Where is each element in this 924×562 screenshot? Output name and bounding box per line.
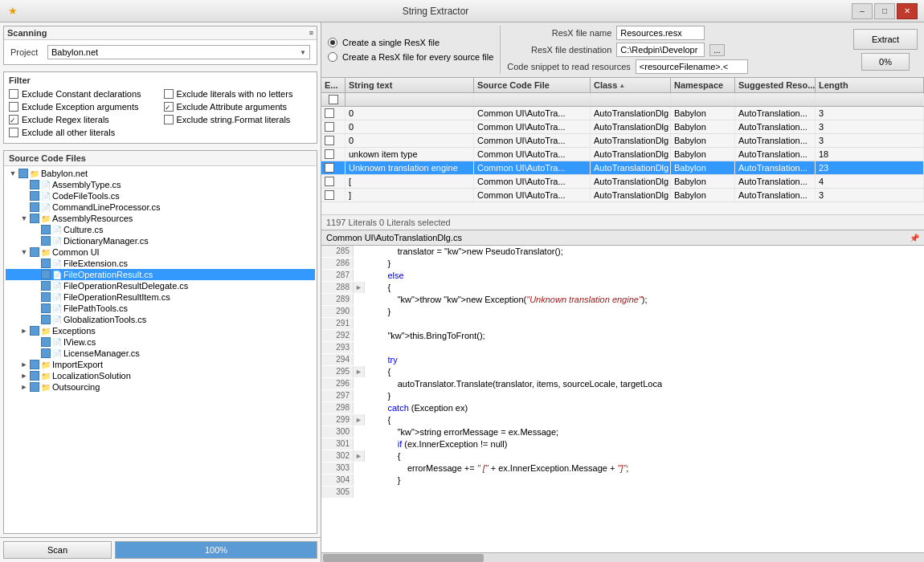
tree-checkbox[interactable] [41,315,51,324]
tree-item[interactable]: 📄FileOperationResult.cs [6,269,315,280]
tree-checkbox[interactable] [41,292,51,302]
tree-item[interactable]: ►📁LocalizationSolution [6,370,315,381]
tree-checkbox[interactable] [41,270,51,279]
line-expander[interactable]: ► [354,414,365,426]
radio-single-circle[interactable] [328,38,337,47]
filter-item-2[interactable]: Exclude Exception arguments [9,101,157,112]
filter-checkbox-6[interactable] [9,128,18,137]
tree-item[interactable]: 📄AssemblyType.cs [6,179,315,190]
table-row[interactable]: ]Common UI\AutoTra...AutoTranslationDlgB… [321,189,924,202]
tree-checkbox[interactable] [41,236,51,246]
tree-checkbox[interactable] [30,371,39,381]
minimize-button[interactable]: – [852,3,873,19]
tree-expander[interactable] [31,338,39,346]
tree-expander[interactable]: ► [20,372,28,380]
tree-checkbox[interactable] [41,259,51,268]
tree-expander[interactable]: ▼ [20,248,28,256]
resx-snippet-input[interactable] [636,59,748,74]
tree-item[interactable]: 📄CommandLineProcessor.cs [6,202,315,213]
extract-button[interactable]: Extract [853,29,918,50]
resx-filename-input[interactable] [616,26,705,40]
tree-expander[interactable] [20,192,28,200]
close-button[interactable]: ✕ [897,3,918,19]
scrollbar-thumb[interactable] [323,554,484,562]
tree-item[interactable]: 📄LicenseManager.cs [6,348,315,359]
tree-checkbox[interactable] [30,360,39,369]
filter-checkbox-1[interactable] [164,89,174,99]
tree-checkbox[interactable] [30,247,39,257]
tree-checkbox[interactable] [41,225,51,234]
tree-item[interactable]: ►📁ImportExport [6,359,315,370]
tree-expander[interactable] [20,181,28,189]
row-checkbox[interactable] [325,149,334,159]
source-tree[interactable]: ▼📁Babylon.net📄AssemblyType.cs📄CodeFileTo… [4,166,317,533]
tree-checkbox[interactable] [41,348,51,358]
tree-checkbox[interactable] [41,303,51,313]
tree-item[interactable]: ▼📁Common UI [6,246,315,258]
scanning-expand-icon[interactable]: ≡ [309,29,313,37]
tree-expander[interactable] [31,237,39,245]
table-row[interactable]: unkown item typeCommon UI\AutoTra...Auto… [321,148,924,161]
tree-item[interactable]: 📄GlobalizationTools.cs [6,314,315,325]
tree-item[interactable]: 📄DictionaryManager.cs [6,235,315,246]
browse-button[interactable]: ... [709,44,724,56]
row-checkbox[interactable] [325,190,334,200]
tree-expander[interactable] [31,293,39,301]
tree-checkbox[interactable] [30,191,39,201]
tree-checkbox[interactable] [41,337,51,347]
tree-expander[interactable] [31,226,39,234]
table-row[interactable]: [Common UI\AutoTra...AutoTranslationDlgB… [321,175,924,189]
filter-item-0[interactable]: Exclude Constant declarations [9,88,157,100]
tree-item[interactable]: ►📁Exceptions [6,325,315,336]
table-row[interactable]: 0Common UI\AutoTra...AutoTranslationDlgB… [321,107,924,120]
tree-checkbox[interactable] [18,169,28,178]
tree-checkbox[interactable] [30,180,39,189]
filter-item-6[interactable]: Exclude all other literals [9,127,157,138]
resx-destination-input[interactable] [616,43,705,57]
line-expander[interactable]: ► [354,282,365,293]
tree-expander[interactable] [31,349,39,357]
radio-every-circle[interactable] [328,52,337,62]
tree-item[interactable]: ►📁Outsourcing [6,381,315,393]
filter-item-3[interactable]: Exclude Attribute arguments [164,101,313,112]
tree-expander[interactable]: ► [20,383,28,391]
tree-expander[interactable]: ► [20,327,28,335]
line-expander[interactable]: ► [354,450,365,462]
filter-checkbox-2[interactable] [9,102,18,112]
project-dropdown[interactable]: Babylon.net ▼ [47,45,310,59]
horizontal-scrollbar[interactable] [321,552,924,562]
filter-checkbox-3[interactable] [164,102,174,112]
row-checkbox[interactable] [325,108,334,118]
tree-item[interactable]: 📄FileOperationResultItem.cs [6,291,315,303]
row-checkbox[interactable] [325,122,334,132]
tree-expander[interactable] [31,316,39,324]
filter-item-5[interactable]: Exclude string.Format literals [164,114,313,125]
tree-checkbox[interactable] [30,382,39,392]
row-checkbox[interactable] [325,136,334,145]
radio-single[interactable]: Create a single ResX file [328,38,493,47]
filter-checkbox-5[interactable] [164,115,174,124]
line-expander[interactable]: ► [354,366,365,377]
table-row[interactable]: 0Common UI\AutoTra...AutoTranslationDlgB… [321,120,924,134]
tree-expander[interactable] [31,271,39,279]
row-checkbox[interactable] [325,163,334,173]
tree-checkbox[interactable] [30,214,39,223]
tree-checkbox[interactable] [30,326,39,336]
tree-item[interactable]: 📄FilePathTools.cs [6,303,315,314]
tree-item[interactable]: 📄FileExtension.cs [6,258,315,269]
filter-item-4[interactable]: Exclude Regex literals [9,114,157,125]
table-row[interactable]: Unknown translation engineCommon UI\Auto… [321,161,924,175]
tree-expander[interactable] [20,203,28,211]
tree-expander[interactable] [31,282,39,290]
select-all-checkbox[interactable] [329,95,338,104]
radio-every[interactable]: Create a ResX file for every source file [328,52,493,62]
tree-item[interactable]: ▼📁AssemblyResources [6,213,315,224]
code-pin-icon[interactable]: 📌 [910,234,919,242]
scan-button[interactable]: Scan [3,541,112,559]
code-body[interactable]: 285 translator = "kw">new PseudoTranslat… [321,246,924,552]
filter-item-1[interactable]: Exclude literals with no letters [164,88,313,100]
tree-expander[interactable]: ▼ [20,214,28,222]
table-row[interactable]: 0Common UI\AutoTra...AutoTranslationDlgB… [321,134,924,148]
tree-expander[interactable] [31,259,39,267]
tree-item[interactable]: 📄CodeFileTools.cs [6,190,315,202]
